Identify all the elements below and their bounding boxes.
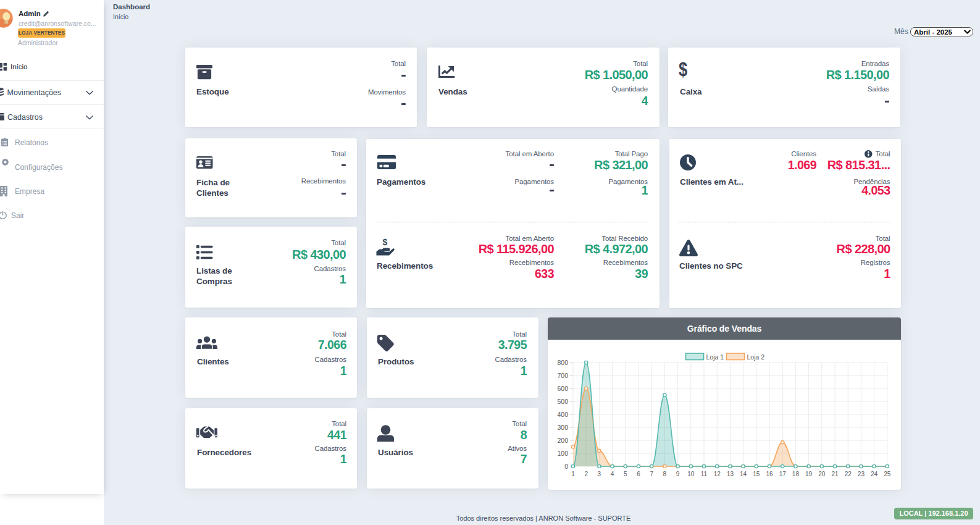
svg-text:300: 300 (557, 424, 568, 431)
svg-text:22: 22 (845, 471, 852, 477)
svg-text:7: 7 (650, 471, 653, 477)
svg-text:8: 8 (663, 471, 667, 477)
svg-text:20: 20 (818, 471, 826, 477)
svg-text:200: 200 (557, 437, 568, 444)
svg-text:4: 4 (611, 471, 614, 477)
svg-text:600: 600 (557, 385, 568, 392)
svg-text:23: 23 (858, 471, 865, 477)
svg-text:0: 0 (564, 463, 568, 470)
svg-text:14: 14 (740, 471, 747, 477)
svg-text:19: 19 (805, 471, 813, 477)
svg-text:12: 12 (714, 471, 721, 477)
svg-text:15: 15 (753, 471, 760, 477)
svg-text:10: 10 (687, 471, 695, 477)
svg-text:6: 6 (637, 471, 640, 477)
svg-text:24: 24 (871, 471, 878, 477)
svg-text:Loja 1: Loja 1 (706, 353, 724, 361)
svg-text:700: 700 (557, 372, 568, 379)
svg-text:9: 9 (676, 471, 680, 477)
svg-text:17: 17 (779, 471, 787, 477)
svg-text:800: 800 (557, 359, 568, 366)
svg-text:3: 3 (598, 471, 601, 477)
svg-text:400: 400 (557, 411, 568, 418)
svg-text:16: 16 (766, 471, 773, 477)
svg-text:2: 2 (584, 471, 588, 477)
svg-text:5: 5 (624, 471, 627, 477)
svg-text:13: 13 (727, 471, 734, 477)
svg-text:1: 1 (571, 471, 575, 477)
svg-text:25: 25 (884, 471, 891, 477)
svg-text:18: 18 (792, 471, 800, 477)
svg-text:100: 100 (557, 450, 568, 457)
svg-text:11: 11 (701, 471, 708, 477)
svg-text:500: 500 (557, 398, 568, 405)
svg-text:Loja 2: Loja 2 (747, 353, 765, 361)
svg-text:21: 21 (831, 471, 839, 477)
